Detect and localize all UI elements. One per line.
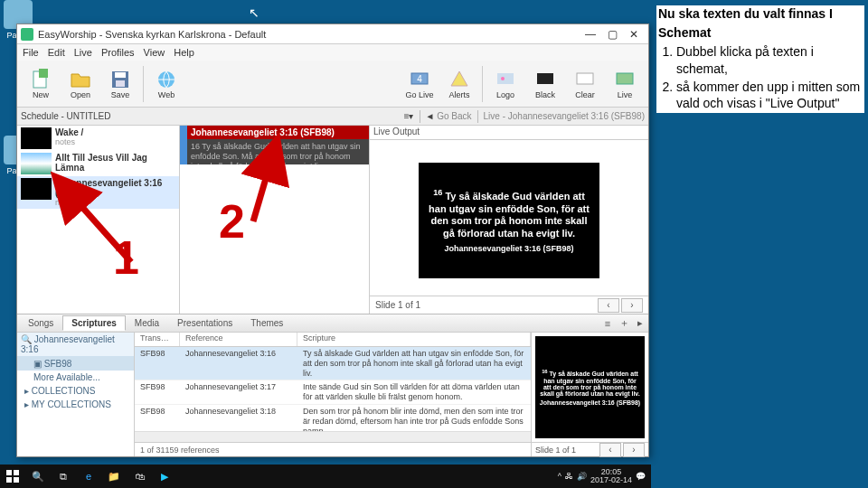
- web-button[interactable]: Web: [146, 62, 186, 106]
- tab-presentations[interactable]: Presentations: [168, 315, 241, 331]
- svg-text:4: 4: [417, 74, 422, 84]
- open-button[interactable]: Open: [61, 62, 100, 106]
- titlebar: EasyWorship - Svenska kyrkan Karlskrona …: [17, 24, 648, 44]
- library-preview: 16 Ty så älskade Gud världen att han utg…: [535, 336, 645, 438]
- schedule-panel: Wake /notes Allt Till Jesus Vill Jag Läm…: [17, 126, 180, 314]
- save-button[interactable]: Save: [100, 62, 140, 106]
- thumb-icon: [21, 127, 52, 149]
- slide-item-selected[interactable]: Johannesevangeliet 3:16 (SFB98) 16 Ty så…: [180, 126, 369, 164]
- tab-themes[interactable]: Themes: [241, 315, 292, 331]
- schedule-item[interactable]: Allt Till Jesus Vill Jag Lämna: [17, 151, 179, 176]
- tab-scriptures[interactable]: Scriptures: [62, 315, 125, 331]
- results-header: Trans… Reference Scripture: [135, 333, 531, 347]
- schedule-label: Schedule -: [21, 111, 64, 121]
- preview-prev-button[interactable]: ‹: [599, 443, 621, 457]
- window-title: EasyWorship - Svenska kyrkan Karlskrona …: [38, 29, 580, 40]
- svg-rect-18: [14, 477, 19, 483]
- search-icon[interactable]: 🔍: [25, 465, 51, 488]
- lib-play-icon[interactable]: ▸: [634, 317, 646, 330]
- library-body: 🔍 Johannesevangeliet 3:16 ▣ SFB98 More A…: [17, 332, 648, 456]
- notification-icon[interactable]: 💬: [636, 472, 646, 481]
- library-tree: 🔍 Johannesevangeliet 3:16 ▣ SFB98 More A…: [17, 333, 135, 456]
- logo-button[interactable]: Logo: [486, 62, 525, 106]
- schedule-item[interactable]: Wake /notes: [17, 126, 179, 151]
- instruction-item: så kommer den upp i mitten som vald och …: [676, 79, 863, 113]
- lib-add-icon[interactable]: ＋: [618, 317, 630, 330]
- tree-sfb[interactable]: ▣ SFB98: [17, 357, 134, 371]
- tree-mycollections[interactable]: ▸ MY COLLECTIONS: [17, 398, 134, 411]
- menubar: File Edit Live Profiles View Help: [17, 44, 648, 61]
- svg-rect-16: [14, 470, 19, 475]
- taskbar-clock[interactable]: 20:052017-02-14: [590, 468, 632, 485]
- schedule-bar: Schedule - UNTITLED ≡▾ ◄ Go Back Live - …: [17, 108, 648, 126]
- clear-button[interactable]: Clear: [565, 62, 605, 106]
- tree-collections[interactable]: ▸ COLLECTIONS: [17, 384, 134, 398]
- slide-panel: Johannesevangeliet 3:16 (SFB98) 16 Ty så…: [180, 126, 370, 314]
- svg-rect-3: [115, 72, 126, 78]
- tab-media[interactable]: Media: [126, 315, 168, 331]
- thumb-icon: [21, 153, 52, 174]
- svg-rect-12: [617, 73, 633, 84]
- app-taskbar-icon[interactable]: ▶: [152, 465, 177, 488]
- preview-slide-counter: Slide 1 of 1: [535, 446, 576, 455]
- menu-edit[interactable]: Edit: [48, 47, 65, 58]
- system-tray[interactable]: ^ 🖧 🔊 20:052017-02-14 💬: [552, 468, 651, 485]
- svg-rect-17: [6, 477, 12, 483]
- scripture-results: Trans… Reference Scripture SFB98Johannes…: [135, 333, 531, 456]
- minimize-button[interactable]: —: [580, 26, 601, 42]
- alerts-button[interactable]: Alerts: [439, 62, 479, 106]
- scripture-search-input[interactable]: 🔍 Johannesevangeliet 3:16: [17, 333, 134, 357]
- network-icon[interactable]: 🖧: [565, 472, 573, 481]
- result-row[interactable]: SFB98Johannesevangeliet 3:16Ty så älskad…: [135, 347, 531, 380]
- tree-more[interactable]: More Available...: [17, 371, 134, 384]
- next-slide-button[interactable]: ›: [621, 298, 643, 313]
- live-slide-title: Live - Johannesevangeliet 3:16 (SFB98): [484, 111, 645, 121]
- new-button[interactable]: New: [21, 62, 61, 106]
- thumb-icon: [21, 178, 52, 200]
- horizontal-scrollbar[interactable]: [135, 431, 531, 442]
- live-output-header: Live Output: [370, 126, 648, 140]
- schedule-item-selected[interactable]: Johannesevangeliet 3:16 (SFB98)notes: [17, 176, 179, 209]
- black-button[interactable]: Black: [525, 62, 565, 106]
- svg-rect-11: [577, 73, 593, 84]
- result-row[interactable]: SFB98Johannesevangeliet 3:18Den som tror…: [135, 405, 531, 431]
- svg-rect-15: [6, 470, 12, 475]
- result-row[interactable]: SFB98Johannesevangeliet 3:17Inte sände G…: [135, 380, 531, 405]
- edge-icon[interactable]: e: [76, 465, 101, 488]
- taskview-icon[interactable]: ⧉: [51, 465, 76, 488]
- menu-file[interactable]: File: [23, 47, 39, 58]
- svg-rect-4: [116, 80, 125, 87]
- tab-songs[interactable]: Songs: [19, 315, 62, 331]
- live-preview: 16 Ty så älskade Gud världen att han utg…: [419, 163, 599, 278]
- results-status: 1 of 31159 references: [135, 442, 531, 456]
- maximize-button[interactable]: ▢: [601, 26, 623, 42]
- volume-icon[interactable]: 🔊: [577, 472, 587, 481]
- menu-view[interactable]: View: [144, 47, 165, 58]
- slide-header: Johannesevangeliet 3:16 (SFB98): [187, 126, 369, 139]
- library-tabs: Songs Scriptures Media Presentations The…: [17, 314, 648, 332]
- lib-options-icon[interactable]: ≡: [601, 317, 614, 330]
- close-button[interactable]: ✕: [623, 26, 645, 42]
- svg-rect-10: [537, 73, 553, 84]
- menu-profiles[interactable]: Profiles: [101, 47, 135, 58]
- svg-point-9: [501, 77, 505, 80]
- app-icon: [21, 28, 33, 41]
- store-icon[interactable]: 🛍: [127, 465, 152, 488]
- preview-next-button[interactable]: ›: [623, 443, 645, 457]
- toolbar-separator: [482, 66, 483, 102]
- chevron-up-icon[interactable]: ^: [558, 472, 561, 481]
- sched-opts-icon[interactable]: ≡▾: [404, 111, 414, 121]
- golive-button[interactable]: 4Go Live: [400, 62, 439, 106]
- start-button[interactable]: [0, 465, 25, 488]
- menu-help[interactable]: Help: [174, 47, 194, 58]
- live-button[interactable]: Live: [605, 62, 645, 106]
- menu-live[interactable]: Live: [74, 47, 92, 58]
- goback-button[interactable]: ◄ Go Back: [426, 111, 472, 121]
- toolbar-separator: [143, 66, 144, 102]
- selection-indicator: [180, 126, 187, 164]
- instruction-panel: Nu ska texten du valt finnas I Schemat D…: [656, 5, 864, 113]
- schedule-name: UNTITLED: [67, 111, 111, 121]
- explorer-icon[interactable]: 📁: [101, 465, 127, 488]
- prev-slide-button[interactable]: ‹: [598, 298, 619, 313]
- taskbar: 🔍 ⧉ e 📁 🛍 ▶ ^ 🖧 🔊 20:052017-02-14 💬: [0, 465, 651, 488]
